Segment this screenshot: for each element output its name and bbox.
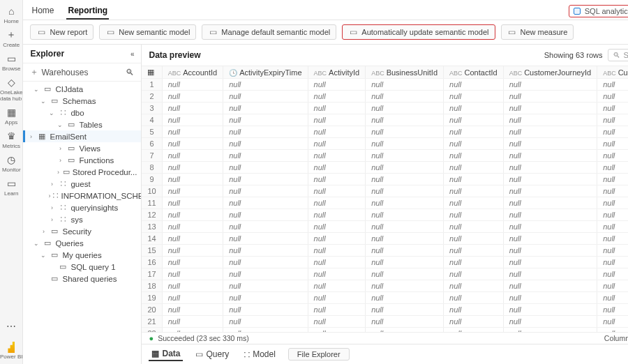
view-tab-data[interactable]: ▦Data [149, 347, 183, 361]
table-row[interactable]: 3nullnullnullnullnullnullnull [142, 103, 628, 114]
table-row[interactable]: 10nullnullnullnullnullnullnull [142, 185, 628, 197]
row-number: 2 [142, 91, 162, 103]
tree-item-my-queries[interactable]: ⌄▭My queries [23, 249, 141, 261]
table-row[interactable]: 9nullnullnullnullnullnullnull [142, 174, 628, 185]
tree-item-schemas[interactable]: ⌄▭Schemas [23, 95, 141, 107]
new-measure-button[interactable]: ▭New measure [501, 24, 574, 40]
apps-icon: ▦ [5, 106, 17, 119]
table-row[interactable]: 1nullnullnullnullnullnullnull [142, 79, 628, 91]
table-row[interactable]: 12nullnullnullnullnullnullnull [142, 209, 628, 221]
warehouses-label: Warehouses [41, 68, 88, 77]
tree-item-security[interactable]: ›▭Security [23, 225, 141, 237]
rail-item-metrics[interactable]: ♛Metrics [0, 128, 22, 151]
row-number: 6 [142, 138, 162, 150]
table-row[interactable]: 6nullnullnullnullnullnullnull [142, 138, 628, 150]
cell: null [366, 316, 444, 328]
table-row[interactable]: 8nullnullnullnullnullnullnull [142, 162, 628, 174]
table-row[interactable]: 17nullnullnullnullnullnullnull [142, 268, 628, 280]
rail-item-onelake-data-hub[interactable]: ◇OneLake data hub [0, 74, 22, 104]
row-number: 4 [142, 114, 162, 126]
cell: null [223, 304, 308, 316]
rail-item-apps[interactable]: ▦Apps [0, 104, 22, 128]
search-icon: 🔍︎ [613, 51, 620, 59]
preview-search[interactable]: 🔍︎ [608, 49, 628, 61]
table-row[interactable]: 11nullnullnullnullnullnullnull [142, 197, 628, 209]
cell: null [503, 197, 597, 209]
cell: null [444, 245, 504, 257]
tree-item-sql-query-1[interactable]: ▭SQL query 1 [23, 261, 141, 273]
new-semantic-model-button[interactable]: ▭New semantic model [99, 24, 196, 40]
tree-item-functions[interactable]: ›▭Functions [23, 154, 141, 166]
endpoint-selector[interactable]: SQL analytics endpoint ⌄ [569, 5, 628, 17]
manage-default-semantic-model-button[interactable]: ▭Manage default semantic model [202, 24, 336, 40]
table-row[interactable]: 21nullnullnullnullnullnullnull [142, 316, 628, 328]
col-customerjourney[interactable]: ABCCustomerJourney [597, 66, 628, 79]
tree-item-dbo[interactable]: ⌄⸬dbo [23, 107, 141, 119]
automatically-update-semantic-model-button[interactable]: ▭Automatically update semantic model [342, 24, 495, 40]
tree-item-views[interactable]: ›▭Views [23, 142, 141, 154]
col-accountid[interactable]: ABCAccountId [162, 66, 223, 79]
tree-item-emailsent[interactable]: ›▦EmailSent [23, 130, 141, 142]
col-activityid[interactable]: ABCActivityId [308, 66, 366, 79]
rail-item-home[interactable]: ⌂Home [0, 3, 22, 26]
cell: null [162, 233, 223, 245]
cell: null [366, 91, 444, 103]
page-tab-reporting[interactable]: Reporting [66, 3, 109, 20]
cell: null [162, 257, 223, 268]
rail-item-learn[interactable]: ▭Learn [0, 175, 22, 199]
col-businessunitid[interactable]: ABCBusinessUnitId [366, 66, 444, 79]
col-contactid[interactable]: ABCContactId [444, 66, 504, 79]
table-row[interactable]: 20nullnullnullnullnullnullnull [142, 304, 628, 316]
table-row[interactable]: 16nullnullnullnullnullnullnull [142, 257, 628, 268]
tree-item-tables[interactable]: ⌄▭Tables [23, 119, 141, 130]
table-row[interactable]: 7nullnullnullnullnullnullnull [142, 150, 628, 162]
twisty-icon: › [27, 133, 34, 140]
file-explorer-button[interactable]: File Explorer [288, 348, 350, 361]
warehouses-add[interactable]: ＋ Warehouses 🔍︎ [23, 63, 141, 82]
twisty-icon: ⌄ [33, 240, 40, 247]
tree-item-sys[interactable]: ›⸬sys [23, 213, 141, 225]
table-row[interactable]: 2nullnullnullnullnullnullnull [142, 91, 628, 103]
preview-search-input[interactable] [623, 51, 628, 59]
table-row[interactable]: 18nullnullnullnullnullnullnull [142, 280, 628, 292]
col-activityexpirytime[interactable]: 🕓ActivityExpiryTime [223, 66, 308, 79]
table-row[interactable]: 5nullnullnullnullnullnullnull [142, 126, 628, 138]
new-report-button[interactable]: ▭New report [30, 24, 94, 40]
table-row[interactable]: 19nullnullnullnullnullnullnull [142, 292, 628, 304]
rail-item-create[interactable]: ＋Create [0, 26, 22, 50]
cell: null [162, 268, 223, 280]
tree-node-icon: ⸬ [58, 179, 68, 188]
tree-item-cijdata[interactable]: ⌄▭CIJdata [23, 83, 141, 95]
rail-more-icon[interactable]: ⋯ [6, 317, 16, 336]
rail-item-browse[interactable]: ▭Browse [0, 50, 22, 74]
cell: null [366, 103, 444, 114]
tree-item-guest[interactable]: ›⸬guest [23, 178, 141, 190]
table-row[interactable]: 13nullnullnullnullnullnullnull [142, 221, 628, 233]
table-row[interactable]: 14nullnullnullnullnullnullnull [142, 233, 628, 245]
table-row[interactable]: 15nullnullnullnullnullnullnull [142, 245, 628, 257]
collapse-explorer-icon[interactable]: « [130, 50, 135, 58]
cell: null [366, 126, 444, 138]
rail-item-monitor[interactable]: ◷Monitor [0, 151, 22, 175]
tree-item-stored-procedur-[interactable]: ›▭Stored Procedur... [23, 166, 141, 178]
cell: null [444, 304, 504, 316]
search-icon[interactable]: 🔍︎ [126, 68, 134, 77]
data-grid[interactable]: ▦ABCAccountId🕓ActivityExpiryTimeABCActiv… [142, 66, 628, 332]
view-tab-model[interactable]: ⸬Model [241, 347, 278, 361]
page-tab-home[interactable]: Home [30, 3, 55, 20]
tree-item-shared-queries[interactable]: ▭Shared queries [23, 273, 141, 285]
row-number: 11 [142, 197, 162, 209]
tree-item-queryinsights[interactable]: ›⸬queryinsights [23, 202, 141, 213]
browse-icon: ▭ [5, 52, 17, 65]
row-number: 5 [142, 126, 162, 138]
cell: null [308, 79, 366, 91]
tree-item-information-sche-[interactable]: ›⸬INFORMATION_SCHE... [23, 190, 141, 202]
tree-item-queries[interactable]: ⌄▭Queries [23, 237, 141, 249]
tree-node-icon: ▭ [43, 84, 52, 93]
twisty-icon: › [40, 228, 47, 235]
view-tab-query[interactable]: ▭Query [193, 347, 232, 361]
table-row[interactable]: 4nullnullnullnullnullnullnull [142, 114, 628, 126]
row-number: 3 [142, 103, 162, 114]
col-customerjourneyid[interactable]: ABCCustomerJourneyId [503, 66, 597, 79]
cell: null [597, 209, 628, 221]
